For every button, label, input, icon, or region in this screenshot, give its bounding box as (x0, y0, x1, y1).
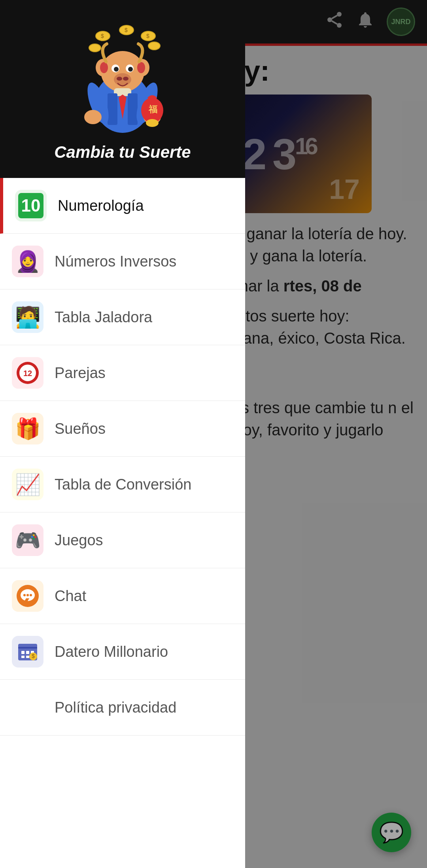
svg-rect-28 (128, 93, 138, 125)
menu-label-numerologia: Numerología (58, 197, 144, 214)
menu-icon-juegos: 🎮 (12, 524, 43, 556)
svg-text:12: 12 (23, 369, 32, 378)
svg-rect-47 (21, 651, 25, 654)
mascot-area: $ $ $ (67, 20, 178, 139)
svg-point-36 (146, 119, 159, 127)
menu-icon-politica-privacidad (12, 692, 43, 723)
sidebar-item-chat[interactable]: Chat (0, 568, 245, 624)
menu-label-numeros-inversos: Números Inversos (55, 253, 176, 270)
svg-text:福: 福 (148, 104, 157, 114)
svg-rect-46 (18, 647, 37, 649)
sidebar-item-numeros-inversos[interactable]: 🧕 Números Inversos (0, 234, 245, 289)
drawer-header: $ $ $ (0, 0, 245, 178)
svg-point-43 (26, 594, 29, 596)
svg-text:$: $ (32, 653, 35, 659)
menu-label-suenos: Sueños (55, 420, 106, 437)
brand-name: Cambia tu Suerte (54, 143, 191, 162)
menu-label-datero-millonario: Datero Millonario (55, 643, 168, 660)
svg-point-11 (89, 44, 101, 52)
menu-label-juegos: Juegos (55, 532, 103, 549)
svg-text:$: $ (101, 33, 104, 39)
menu-icon-tabla-conversion: 📈 (12, 469, 43, 500)
menu-label-tabla-jaladora: Tabla Jaladora (55, 309, 152, 326)
svg-point-22 (128, 67, 133, 72)
menu-label-parejas: Parejas (55, 365, 106, 382)
menu-icon-datero-millonario: $ (12, 636, 43, 668)
svg-point-44 (30, 594, 32, 596)
sidebar-item-politica-privacidad[interactable]: Política privacidad (0, 680, 245, 736)
mascot-image: $ $ $ (71, 24, 174, 135)
menu-label-tabla-conversion: Tabla de Conversión (55, 476, 191, 493)
menu-label-chat: Chat (55, 588, 86, 605)
menu-icon-numerologia: 10 (15, 190, 47, 221)
menu-label-politica-privacidad: Política privacidad (55, 699, 176, 716)
menu-icon-parejas: 12 (12, 357, 43, 389)
svg-rect-48 (26, 651, 29, 654)
svg-point-32 (84, 110, 102, 124)
menu-icon-suenos: 🎁 (12, 413, 43, 444)
svg-point-12 (148, 42, 160, 50)
sidebar-item-juegos[interactable]: 🎮 Juegos (0, 512, 245, 568)
navigation-drawer: $ $ $ (0, 0, 245, 868)
sidebar-item-datero-millonario[interactable]: $ Datero Millonario (0, 624, 245, 680)
svg-point-42 (23, 594, 26, 596)
menu-icon-chat (12, 580, 43, 612)
svg-rect-51 (26, 656, 29, 658)
svg-point-18 (137, 62, 145, 73)
sidebar-item-suenos[interactable]: 🎁 Sueños (0, 401, 245, 457)
svg-point-25 (123, 77, 128, 81)
sidebar-item-tabla-jaladora[interactable]: 🧑‍💻 Tabla Jaladora (0, 289, 245, 345)
svg-point-16 (100, 62, 108, 73)
sidebar-item-tabla-conversion[interactable]: 📈 Tabla de Conversión (0, 457, 245, 512)
sidebar-item-numerologia[interactable]: 10 Numerología (0, 178, 245, 234)
svg-rect-50 (21, 656, 25, 658)
svg-rect-27 (108, 93, 117, 125)
menu-list: 10 Numerología 🧕 Números Inversos 🧑‍💻 Ta… (0, 178, 245, 868)
svg-point-24 (117, 77, 122, 81)
menu-icon-numeros-inversos: 🧕 (12, 246, 43, 277)
menu-icon-tabla-jaladora: 🧑‍💻 (12, 301, 43, 333)
sidebar-item-parejas[interactable]: 12 Parejas (0, 345, 245, 401)
svg-point-23 (114, 73, 131, 86)
svg-text:$: $ (146, 33, 149, 39)
svg-text:$: $ (125, 27, 128, 33)
svg-point-21 (114, 67, 119, 72)
